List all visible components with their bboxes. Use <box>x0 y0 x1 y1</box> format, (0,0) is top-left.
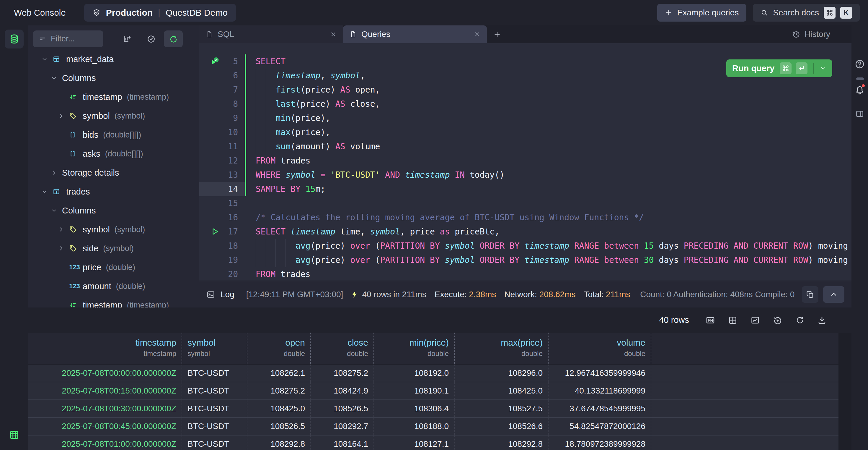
cell-1-close[interactable]: 108424.9 <box>311 382 374 399</box>
tree-chevron[interactable] <box>51 169 62 176</box>
add-metrics-button[interactable] <box>118 30 137 47</box>
tab-sql[interactable]: SQL <box>199 25 343 43</box>
notifications-button[interactable] <box>851 85 868 94</box>
cell-3-volume[interactable]: 54.82547872000126 <box>549 418 651 435</box>
history-restore-button[interactable] <box>773 315 782 325</box>
cell-2-symbol[interactable]: BTC-USDT <box>182 400 247 417</box>
tree-item-price[interactable]: 123 price (double) <box>28 258 199 277</box>
cell-3-symbol[interactable]: BTC-USDT <box>182 418 247 435</box>
tree-item-timestamp[interactable]: timestamp (timestamp) <box>28 87 199 107</box>
cell-2-open[interactable]: 108425.0 <box>247 400 311 417</box>
table-row[interactable]: 2025-07-08T00:00:00.000000ZBTC-USDT10826… <box>28 365 838 382</box>
editor-line-13[interactable]: 13 WHERE symbol = 'BTC-USDT' AND timesta… <box>199 168 851 182</box>
editor-line-17[interactable]: 17 SELECT timestamp time, symbol, price … <box>199 225 851 239</box>
tree-chevron[interactable] <box>58 113 69 119</box>
tree-item-amount[interactable]: 123 amount (double) <box>28 277 199 296</box>
cell-0-volume[interactable]: 12.967416359999946 <box>549 365 651 382</box>
editor-line-8[interactable]: 8 last(price) AS close, <box>199 97 851 111</box>
grid-view-button[interactable] <box>0 430 28 440</box>
table-row[interactable]: 2025-07-08T01:00:00.000000ZBTC-USDT10829… <box>28 435 838 450</box>
cell-4-min-price-[interactable]: 108127.1 <box>374 435 455 450</box>
cell-2-min-price-[interactable]: 108306.4 <box>374 400 455 417</box>
history-button[interactable]: History <box>792 25 830 43</box>
editor-line-15[interactable]: 15 <box>199 196 851 210</box>
tree-chevron[interactable] <box>58 245 69 252</box>
tree-item-columns[interactable]: Columns <box>28 201 199 220</box>
tree-chevron[interactable] <box>41 188 53 195</box>
cell-4-max-price-[interactable]: 108292.8 <box>455 435 549 450</box>
cell-2-volume[interactable]: 37.67478545999995 <box>549 400 651 417</box>
tree-item-bids[interactable]: bids (double[][]) <box>28 125 199 144</box>
cell-3-close[interactable]: 108292.7 <box>311 418 374 435</box>
cell-1-volume[interactable]: 40.1332118699999 <box>549 382 651 399</box>
tree-item-asks[interactable]: asks (double[][]) <box>28 144 199 163</box>
tree-chevron[interactable] <box>51 207 62 214</box>
cell-0-min-price-[interactable]: 108192.0 <box>374 365 455 382</box>
refresh-schema-button[interactable] <box>164 30 183 47</box>
side-panel-button[interactable] <box>851 109 868 118</box>
tree-item-storage-details[interactable]: Storage details <box>28 163 199 182</box>
run-options-chevron-icon[interactable] <box>820 65 826 72</box>
cell-1-open[interactable]: 108275.2 <box>247 382 311 399</box>
example-queries-button[interactable]: Example queries <box>657 4 747 22</box>
editor-line-7[interactable]: 7 first(price) AS open, <box>199 83 851 97</box>
editor-line-20[interactable]: 20 FROM trades <box>199 267 851 281</box>
tree-item-market-data[interactable]: market_data <box>28 50 199 68</box>
cell-3-open[interactable]: 108526.5 <box>247 418 311 435</box>
editor-line-12[interactable]: 12 FROM trades <box>199 154 851 168</box>
cell-2-close[interactable]: 108526.5 <box>311 400 374 417</box>
column-header-min-price-[interactable]: min(price) double <box>374 333 455 364</box>
download-button[interactable] <box>817 315 827 325</box>
cell-0-max-price-[interactable]: 108296.0 <box>455 365 549 382</box>
cell-3-min-price-[interactable]: 108188.0 <box>374 418 455 435</box>
column-header-open[interactable]: open double <box>247 333 311 364</box>
editor-line-9[interactable]: 9 min(price), <box>199 111 851 125</box>
tree-chevron[interactable] <box>51 75 62 81</box>
editor-line-16[interactable]: 16 /* Calculates the rolling moving aver… <box>199 210 851 225</box>
cell-3-timestamp[interactable]: 2025-07-08T00:45:00.000000Z <box>28 418 182 435</box>
tree-item-columns[interactable]: Columns <box>28 68 199 87</box>
cell-0-symbol[interactable]: BTC-USDT <box>182 365 247 382</box>
table-row[interactable]: 2025-07-08T00:15:00.000000ZBTC-USDT10827… <box>28 382 838 400</box>
cell-4-open[interactable]: 108292.8 <box>247 435 311 450</box>
cell-0-close[interactable]: 108275.2 <box>311 365 374 382</box>
cell-2-timestamp[interactable]: 2025-07-08T00:30:00.000000Z <box>28 400 182 417</box>
sql-editor[interactable]: 5 SELECT 6 timestamp, symbol, 7 first(pr… <box>199 43 851 281</box>
table-row[interactable]: 2025-07-08T00:45:00.000000ZBTC-USDT10852… <box>28 418 838 435</box>
chart-button[interactable] <box>750 315 760 325</box>
tree-item-side[interactable]: side (symbol) <box>28 239 199 258</box>
markdown-export-button[interactable] <box>706 315 715 325</box>
editor-line-11[interactable]: 11 sum(amount) AS volume <box>199 140 851 154</box>
editor-line-14[interactable]: 14 SAMPLE BY 15m; <box>199 182 851 196</box>
suspended-toggle-button[interactable] <box>142 30 161 47</box>
collapse-log-button[interactable] <box>823 286 844 303</box>
tree-chevron[interactable] <box>41 56 53 62</box>
tree-item-timestamp[interactable]: timestamp (timestamp) <box>28 296 199 308</box>
tree-item-trades[interactable]: trades <box>28 182 199 201</box>
cell-1-min-price-[interactable]: 108190.1 <box>374 382 455 399</box>
close-icon[interactable] <box>474 31 480 37</box>
tab-queries[interactable]: Queries <box>343 25 487 43</box>
new-tab-button[interactable] <box>487 25 507 43</box>
copy-log-button[interactable] <box>802 286 818 303</box>
column-header-close[interactable]: close double <box>311 333 374 364</box>
editor-line-18[interactable]: 18 avg(price) over (PARTITION BY symbol … <box>199 239 851 253</box>
editor-line-10[interactable]: 10 max(price), <box>199 125 851 140</box>
cell-0-open[interactable]: 108262.1 <box>247 365 311 382</box>
refresh-button[interactable] <box>795 315 804 325</box>
database-nav-button[interactable] <box>5 30 24 49</box>
search-docs-button[interactable]: Search docs K <box>753 4 860 22</box>
column-header-symbol[interactable]: symbol symbol <box>182 333 247 364</box>
cell-0-timestamp[interactable]: 2025-07-08T00:00:00.000000Z <box>28 365 182 382</box>
tree-chevron[interactable] <box>58 226 69 233</box>
editor-scrollbar-thumb[interactable] <box>856 78 864 80</box>
filter-input[interactable] <box>51 34 92 44</box>
column-header-max-price-[interactable]: max(price) double <box>455 333 549 364</box>
cell-2-max-price-[interactable]: 108527.5 <box>455 400 549 417</box>
cell-1-symbol[interactable]: BTC-USDT <box>182 382 247 399</box>
run-query-button[interactable]: Run query <box>726 59 832 77</box>
help-button[interactable] <box>851 59 868 69</box>
schema-filter[interactable] <box>33 30 103 47</box>
layout-grid-button[interactable] <box>728 315 738 325</box>
cell-1-max-price-[interactable]: 108425.0 <box>455 382 549 399</box>
